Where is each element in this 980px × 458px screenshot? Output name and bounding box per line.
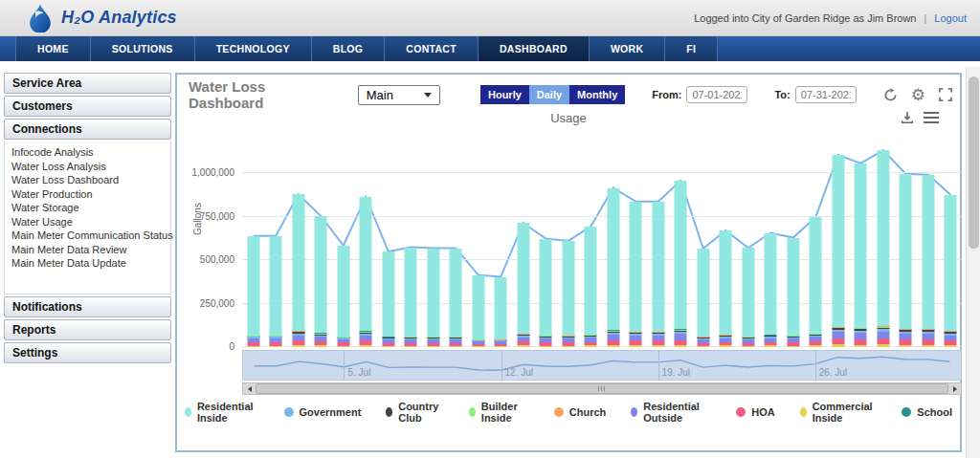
sidebar-section-reports[interactable]: Reports (4, 319, 171, 340)
scrollbar-thumb[interactable] (256, 383, 948, 394)
legend-item-church[interactable]: Church (554, 401, 607, 424)
bar-segment-residential-inside (382, 251, 394, 337)
bar-segment-residential-inside (585, 227, 597, 335)
nav-tab-work[interactable]: WORK (590, 36, 665, 61)
legend-item-builder-inside[interactable]: Builder Inside (469, 401, 529, 424)
usage-bar-30-Jul[interactable] (900, 174, 912, 347)
usage-bar-24-Jul[interactable] (765, 233, 777, 347)
sidebar-section-notifications[interactable]: Notifications (4, 296, 171, 317)
to-date-input[interactable] (795, 86, 857, 103)
sidebar-section-customers[interactable]: Customers (4, 96, 171, 117)
usage-bar-1-Jul[interactable] (247, 236, 259, 347)
from-date-input[interactable] (686, 86, 747, 103)
legend-item-residential-outside[interactable]: Residential Outside (631, 401, 711, 424)
sidebar-item-water-usage[interactable]: Water Usage (11, 215, 167, 229)
bar-segment-commercial-inside (450, 346, 462, 347)
usage-bar-20-Jul[interactable] (675, 181, 687, 347)
sidebar-item-water-production[interactable]: Water Production (11, 187, 167, 202)
navigator-tick-label: 26. Jul (819, 367, 847, 378)
view-select[interactable]: Main (358, 85, 440, 105)
refresh-icon[interactable] (883, 88, 898, 102)
legend-item-country-club[interactable]: Country Club (386, 401, 444, 424)
usage-bar-21-Jul[interactable] (697, 249, 709, 347)
legend-item-residential-inside[interactable]: Residential Inside (185, 401, 259, 424)
settings-gear-icon[interactable]: ⚙ (911, 87, 925, 103)
legend-color-dot (736, 407, 746, 417)
sidebar-item-infocode-analysis[interactable]: Infocode Analysis (11, 145, 167, 160)
scroll-right-arrow[interactable] (948, 383, 961, 394)
chart-menu-icon[interactable] (924, 112, 939, 123)
sidebar-item-water-storage[interactable]: Water Storage (11, 201, 167, 215)
usage-bar-27-Jul[interactable] (832, 155, 844, 347)
usage-bar-16-Jul[interactable] (585, 227, 597, 347)
usage-bar-14-Jul[interactable] (540, 239, 552, 347)
sidebar-item-water-loss-analysis[interactable]: Water Loss Analysis (11, 160, 167, 174)
fullscreen-icon[interactable] (939, 88, 952, 101)
usage-bar-1-Aug[interactable] (945, 195, 957, 347)
usage-bar-15-Jul[interactable] (562, 241, 574, 347)
usage-bar-22-Jul[interactable] (720, 230, 732, 347)
scrollbar-grip-icon (598, 386, 606, 391)
usage-bar-25-Jul[interactable] (787, 238, 799, 347)
sidebar-item-main-meter-communication-status[interactable]: Main Meter Communication Status (11, 229, 167, 243)
chart-horizontal-scrollbar[interactable] (242, 382, 962, 395)
usage-bar-8-Jul[interactable] (405, 248, 417, 347)
usage-bar-18-Jul[interactable] (630, 202, 642, 347)
legend-item-school[interactable]: School (902, 401, 952, 424)
usage-bar-9-Jul[interactable] (427, 249, 439, 347)
usage-bar-31-Jul[interactable] (922, 175, 934, 347)
usage-bar-2-Jul[interactable] (270, 236, 282, 347)
bar-segment-residential-inside (810, 217, 822, 333)
sidebar-section-service-area[interactable]: Service Area (4, 73, 171, 94)
sidebar-item-main-meter-data-update[interactable]: Main Meter Data Update (11, 256, 167, 271)
usage-bar-13-Jul[interactable] (517, 223, 529, 347)
bar-segment-residential-inside (270, 236, 282, 336)
nav-tab-blog[interactable]: BLOG (312, 36, 386, 61)
usage-bar-19-Jul[interactable] (652, 202, 664, 347)
scroll-left-arrow[interactable] (243, 383, 256, 394)
usage-bar-28-Jul[interactable] (855, 164, 867, 347)
interval-button-daily[interactable]: Daily (529, 85, 569, 104)
bar-segment-residential-inside (855, 164, 867, 328)
sidebar-section-settings[interactable]: Settings (4, 342, 171, 363)
chart-navigator[interactable]: 5. Jul12. Jul19. Jul26. Jul (242, 350, 962, 381)
navigator-gridline (501, 351, 502, 380)
vertical-scrollbar[interactable] (966, 67, 980, 458)
water-drop-icon (27, 4, 54, 33)
legend-item-government[interactable]: Government (284, 401, 362, 424)
bar-segment-commercial-inside (877, 344, 889, 347)
usage-bar-3-Jul[interactable] (292, 194, 304, 347)
logout-link[interactable]: Logout (934, 12, 967, 24)
nav-tab-fi[interactable]: FI (665, 36, 718, 61)
usage-bar-26-Jul[interactable] (810, 217, 822, 347)
sidebar-section-connections[interactable]: Connections (4, 119, 171, 140)
sidebar-item-water-loss-dashboard[interactable]: Water Loss Dashboard (11, 173, 167, 187)
usage-bar-5-Jul[interactable] (337, 246, 349, 347)
legend-item-commercial-inside[interactable]: Commercial Inside (800, 401, 878, 424)
y-tick-label: 250,000 (200, 298, 234, 309)
usage-bar-7-Jul[interactable] (382, 251, 394, 347)
usage-bar-4-Jul[interactable] (315, 216, 327, 347)
usage-bar-23-Jul[interactable] (742, 248, 754, 347)
nav-tab-dashboard[interactable]: DASHBOARD (479, 36, 590, 61)
bar-segment-commercial-inside (855, 345, 867, 347)
usage-bar-29-Jul[interactable] (877, 150, 889, 347)
usage-bar-6-Jul[interactable] (360, 197, 372, 347)
usage-bar-11-Jul[interactable] (472, 275, 484, 347)
bar-segment-commercial-inside (765, 345, 777, 347)
download-icon[interactable] (901, 111, 914, 124)
nav-tab-technology[interactable]: TECHNOLOGY (195, 36, 312, 61)
nav-tab-home[interactable]: HOME (15, 36, 91, 61)
nav-tab-contact[interactable]: CONTACT (385, 36, 479, 61)
interval-button-hourly[interactable]: Hourly (480, 85, 529, 104)
bar-segment-commercial-inside (652, 345, 664, 347)
interval-button-monthly[interactable]: Monthly (569, 85, 625, 104)
nav-tab-solutions[interactable]: SOLUTIONS (91, 36, 195, 61)
bar-segment-residential-inside (630, 202, 642, 332)
usage-bar-17-Jul[interactable] (607, 188, 619, 347)
usage-bar-10-Jul[interactable] (450, 249, 462, 347)
legend-item-hoa[interactable]: HOA (736, 401, 774, 424)
sidebar-item-main-meter-data-review[interactable]: Main Meter Data Review (11, 243, 167, 257)
vertical-scrollbar-thumb[interactable] (969, 76, 979, 249)
usage-bar-12-Jul[interactable] (495, 277, 507, 347)
